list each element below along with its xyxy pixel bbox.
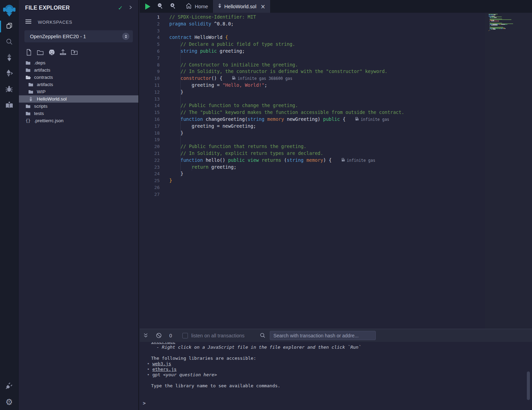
terminal-scrollbar[interactable] <box>527 371 530 400</box>
line-number: 20 <box>140 143 160 150</box>
line-number: 5 <box>140 41 160 48</box>
code-text: return greeting; <box>160 164 236 171</box>
code-line[interactable]: 23 return greeting; <box>140 164 532 171</box>
editor-toolbar <box>140 0 181 13</box>
line-number: 23 <box>140 164 160 171</box>
tree-item--deps[interactable]: .deps <box>19 59 138 66</box>
gear-icon: ⚙ <box>6 398 13 406</box>
tree-item-wip[interactable]: WIP <box>19 88 138 95</box>
code-line[interactable]: 17 greeting = newGreeting; <box>140 123 532 130</box>
line-number: 10 <box>140 75 160 82</box>
clone-git-repository-button[interactable] <box>47 49 56 57</box>
terminal-search-input[interactable] <box>270 331 376 340</box>
tree-item-scripts[interactable]: scripts <box>19 103 138 110</box>
terminal-line <box>140 350 527 356</box>
sidebar-item-file-explorer[interactable] <box>0 19 19 34</box>
listen-transactions-checkbox[interactable] <box>182 333 188 338</box>
tree-item-tests[interactable]: tests <box>19 110 138 117</box>
sidebar-item-plugin-manager[interactable] <box>0 378 19 394</box>
code-line[interactable]: 10 constructor() {infinite gas 368600 ga… <box>140 75 532 82</box>
code-line[interactable]: 20 // Public function that returns the g… <box>140 143 532 150</box>
sidebar-item-settings[interactable]: ⚙ <box>0 394 19 410</box>
folder-icon <box>28 89 34 94</box>
code-line[interactable]: 6 string public greeting; <box>140 48 532 55</box>
terminal-link[interactable]: interface <box>151 342 175 344</box>
line-number: 15 <box>140 109 160 116</box>
workspaces-label: WORKSPACES <box>38 20 72 25</box>
code-line[interactable]: 26 <box>140 184 532 191</box>
code-line[interactable]: 13 <box>140 96 532 103</box>
zoom-in-button[interactable] <box>170 3 176 10</box>
clear-console-icon[interactable] <box>156 333 162 338</box>
sidebar-item-solidity-compiler[interactable] <box>0 50 19 66</box>
code-line[interactable]: 15 // The "public" keyword makes the fun… <box>140 109 532 116</box>
code-line[interactable]: 27 <box>140 191 532 198</box>
terminal-link[interactable]: web3.js <box>152 361 171 366</box>
tab-home[interactable]: Home <box>181 0 213 13</box>
tab-helloworld-sol[interactable]: HelloWorld.sol× <box>213 0 270 13</box>
code-line[interactable]: 24 } <box>140 170 532 177</box>
tree-item-helloworld-sol[interactable]: HelloWorld.sol <box>19 95 138 103</box>
code-line[interactable]: 3 <box>140 28 532 34</box>
code-line[interactable]: 2pragma solidity ^0.8.0; <box>140 21 532 28</box>
upload-folder-button[interactable] <box>70 49 78 57</box>
code-line[interactable]: 19 <box>140 136 532 143</box>
transaction-count-badge: 0 <box>169 333 172 338</box>
hamburger-menu-icon[interactable] <box>25 19 32 25</box>
tree-item-artifacts[interactable]: artifacts <box>19 81 138 88</box>
minimap[interactable] <box>489 14 518 32</box>
run-script-button[interactable] <box>145 3 150 10</box>
code-line[interactable]: 8 // Constructor to initialize the greet… <box>140 62 532 69</box>
sidebar-item-deploy-run[interactable] <box>0 66 19 82</box>
code-line[interactable]: 18 } <box>140 130 532 137</box>
line-number: 4 <box>140 34 160 41</box>
code-text <box>160 136 169 143</box>
solidity-icon <box>6 53 13 63</box>
code-line[interactable]: 21 // In Solidity, explicit return types… <box>140 150 532 157</box>
editor-surface[interactable]: 1// SPDX-License-Identifier: MIT2pragma … <box>140 13 532 329</box>
line-number: 18 <box>140 130 160 137</box>
code-line[interactable]: 25} <box>140 177 532 184</box>
code-line[interactable]: 1// SPDX-License-Identifier: MIT <box>140 14 532 21</box>
tree-item-label: WIP <box>37 89 46 94</box>
code-text: } <box>160 170 183 177</box>
code-line[interactable]: 12 } <box>140 89 532 96</box>
line-number: 2 <box>140 21 160 28</box>
chevron-right-icon[interactable] <box>128 5 133 11</box>
code-line[interactable]: 14 // Public function to change the gree… <box>140 102 532 109</box>
workspace-stepper-icon[interactable] <box>122 33 129 40</box>
terminal-link[interactable]: ethers.js <box>152 367 177 372</box>
line-number: 1 <box>140 14 160 21</box>
code-text <box>160 28 169 34</box>
workspace-select[interactable]: OpenZeppelin ERC20 - 1 <box>24 30 133 42</box>
terminal-prompt[interactable]: > <box>143 400 146 406</box>
close-icon[interactable]: × <box>260 3 265 10</box>
terminal-toggle-icon[interactable] <box>143 333 148 338</box>
code-line[interactable]: 5 // Declare a public field of type stri… <box>140 41 532 48</box>
line-number: 22 <box>140 157 160 164</box>
tree-item-artifacts[interactable]: artifacts <box>19 66 138 74</box>
tree-item-contracts[interactable]: contracts <box>19 74 138 81</box>
create-new-folder-button[interactable] <box>36 49 44 57</box>
code-line[interactable]: 16 function changeGreeting(string memory… <box>140 116 532 123</box>
code-line[interactable]: 4contract HelloWorld { <box>140 34 532 41</box>
sidebar-item-debugger[interactable] <box>0 82 19 98</box>
create-new-file-button[interactable] <box>25 49 33 57</box>
upload-file-button[interactable] <box>59 49 67 57</box>
code-line[interactable]: 22 function hello() public view returns … <box>140 157 532 164</box>
sidebar-item-learneth[interactable] <box>0 98 19 114</box>
line-number: 8 <box>140 62 160 69</box>
sidebar-item-search[interactable] <box>0 34 19 50</box>
code-line[interactable]: 7 <box>140 55 532 62</box>
bug-icon <box>5 85 13 94</box>
code-text <box>160 96 169 103</box>
remix-logo-icon[interactable] <box>2 2 17 19</box>
code-area[interactable]: 1// SPDX-License-Identifier: MIT2pragma … <box>140 14 532 198</box>
code-line[interactable]: 9 // In Solidity, the constructor is def… <box>140 68 532 75</box>
folder-icon <box>28 82 34 87</box>
tree-item--prettierrc-json[interactable]: {}.prettierrc.json <box>19 117 138 124</box>
zoom-out-button[interactable] <box>157 3 163 10</box>
terminal-output[interactable]: interface - Right click on a JavaScript … <box>140 342 527 410</box>
search-icon <box>6 38 13 47</box>
code-line[interactable]: 11 greeting = "Hello, World!"; <box>140 82 532 89</box>
